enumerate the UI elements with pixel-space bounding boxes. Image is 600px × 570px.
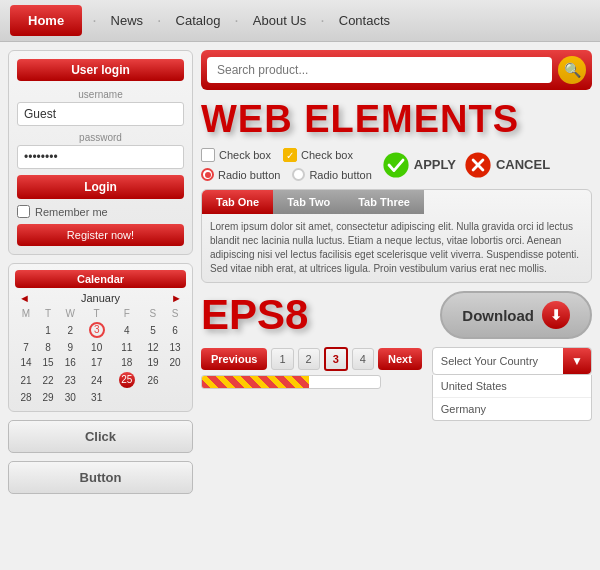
list-item[interactable]: 30 xyxy=(59,390,82,405)
checkboxes-row: Check box ✓ Check box xyxy=(201,148,372,162)
cal-header-w: W xyxy=(59,307,82,320)
list-item[interactable]: 6 xyxy=(164,320,186,340)
nav-contacts[interactable]: Contacts xyxy=(329,13,400,28)
apply-label: APPLY xyxy=(414,157,456,172)
download-arrow-icon: ⬇ xyxy=(542,301,570,329)
search-input[interactable] xyxy=(207,57,552,83)
apply-button[interactable]: APPLY xyxy=(382,151,456,179)
list-item[interactable]: 24 xyxy=(82,370,112,390)
list-item[interactable]: 9 xyxy=(59,340,82,355)
list-item[interactable] xyxy=(15,320,37,340)
country-option-us[interactable]: United States xyxy=(433,375,591,398)
list-item[interactable]: 7 xyxy=(15,340,37,355)
tab-one-button[interactable]: Tab One xyxy=(202,190,273,214)
list-item[interactable]: 29 xyxy=(37,390,59,405)
main-layout: User login username password Login Remem… xyxy=(0,42,600,570)
radio-1-label: Radio button xyxy=(218,169,280,181)
tab-content: Lorem ipsum dolor sit amet, consectetur … xyxy=(202,214,591,282)
nav-home[interactable]: Home xyxy=(10,5,82,36)
table-row: 14 15 16 17 18 19 20 xyxy=(15,355,186,370)
checkbox-2-item: ✓ Check box xyxy=(283,148,353,162)
pagination-page-4[interactable]: 4 xyxy=(352,348,374,370)
list-item[interactable]: 15 xyxy=(37,355,59,370)
pagination-next-button[interactable]: Next xyxy=(378,348,422,370)
remember-label: Remember me xyxy=(35,206,108,218)
list-item[interactable] xyxy=(142,390,164,405)
password-input[interactable] xyxy=(17,145,184,169)
checkbox-2[interactable]: ✓ xyxy=(283,148,297,162)
radio-2-item: Radio button xyxy=(292,168,371,181)
apply-cancel-row: APPLY CANCEL xyxy=(382,148,550,181)
radio-2[interactable] xyxy=(292,168,305,181)
pagination-page-3[interactable]: 3 xyxy=(324,347,348,371)
calendar-box: Calendar ◄ January ► M T W T F S S xyxy=(8,263,193,412)
radio-2-label: Radio button xyxy=(309,169,371,181)
checkbox-1[interactable] xyxy=(201,148,215,162)
list-item[interactable]: 11 xyxy=(112,340,142,355)
login-button[interactable]: Login xyxy=(17,175,184,199)
cancel-label: CANCEL xyxy=(496,157,550,172)
list-item[interactable]: 23 xyxy=(59,370,82,390)
country-select-label: Select Your Country xyxy=(433,349,563,373)
download-button[interactable]: Download ⬇ xyxy=(440,291,592,339)
tab-two-button[interactable]: Tab Two xyxy=(273,190,344,214)
list-item[interactable] xyxy=(112,390,142,405)
search-button[interactable]: 🔍 xyxy=(558,56,586,84)
list-item[interactable] xyxy=(164,370,186,390)
calendar-nav: ◄ January ► xyxy=(15,292,186,304)
form-elements-section: Check box ✓ Check box Radio button Radio… xyxy=(201,148,592,181)
country-section: Select Your Country ▼ United States Germ… xyxy=(432,347,592,421)
web-elements-title: WEB ELEMENTS xyxy=(201,98,592,140)
list-item[interactable]: 4 xyxy=(112,320,142,340)
list-item[interactable]: 3 xyxy=(82,320,112,340)
list-item[interactable]: 25 xyxy=(112,370,142,390)
list-item[interactable]: 18 xyxy=(112,355,142,370)
svg-point-0 xyxy=(383,152,408,177)
list-item[interactable]: 22 xyxy=(37,370,59,390)
cancel-button[interactable]: CANCEL xyxy=(464,151,550,179)
nav-news[interactable]: News xyxy=(101,13,154,28)
list-item[interactable]: 31 xyxy=(82,390,112,405)
list-item[interactable]: 28 xyxy=(15,390,37,405)
cal-header-t2: T xyxy=(82,307,112,320)
pagination-page-1[interactable]: 1 xyxy=(271,348,293,370)
calendar-next-btn[interactable]: ► xyxy=(167,292,186,304)
list-item[interactable]: 13 xyxy=(164,340,186,355)
tab-three-button[interactable]: Tab Three xyxy=(344,190,424,214)
calendar-prev-btn[interactable]: ◄ xyxy=(15,292,34,304)
cal-header-s2: S xyxy=(164,307,186,320)
nav-separator-3: · xyxy=(234,12,238,30)
list-item[interactable]: 8 xyxy=(37,340,59,355)
radio-1[interactable] xyxy=(201,168,214,181)
click-button[interactable]: Click xyxy=(8,420,193,453)
username-input[interactable] xyxy=(17,102,184,126)
list-item[interactable]: 10 xyxy=(82,340,112,355)
list-item[interactable]: 19 xyxy=(142,355,164,370)
list-item[interactable] xyxy=(164,390,186,405)
country-option-de[interactable]: Germany xyxy=(433,398,591,420)
list-item[interactable]: 21 xyxy=(15,370,37,390)
remember-checkbox[interactable] xyxy=(17,205,30,218)
list-item[interactable]: 12 xyxy=(142,340,164,355)
list-item[interactable]: 16 xyxy=(59,355,82,370)
progress-bar-fill xyxy=(202,376,309,388)
country-dropdown-button[interactable]: ▼ xyxy=(563,348,591,374)
list-item[interactable]: 26 xyxy=(142,370,164,390)
list-item[interactable]: 1 xyxy=(37,320,59,340)
register-link[interactable]: Register now! xyxy=(17,224,184,246)
list-item[interactable]: 2 xyxy=(59,320,82,340)
button-button[interactable]: Button xyxy=(8,461,193,494)
pagination-page-2[interactable]: 2 xyxy=(298,348,320,370)
pagination-prev-button[interactable]: Previous xyxy=(201,348,267,370)
table-row: 7 8 9 10 11 12 13 xyxy=(15,340,186,355)
remember-row: Remember me xyxy=(17,205,184,218)
nav-about[interactable]: About Us xyxy=(243,13,316,28)
list-item[interactable]: 20 xyxy=(164,355,186,370)
list-item[interactable]: 14 xyxy=(15,355,37,370)
login-title: User login xyxy=(17,59,184,81)
cal-header-m: M xyxy=(15,307,37,320)
list-item[interactable]: 5 xyxy=(142,320,164,340)
list-item[interactable]: 17 xyxy=(82,355,112,370)
cancel-x-icon xyxy=(464,151,492,179)
nav-catalog[interactable]: Catalog xyxy=(166,13,231,28)
